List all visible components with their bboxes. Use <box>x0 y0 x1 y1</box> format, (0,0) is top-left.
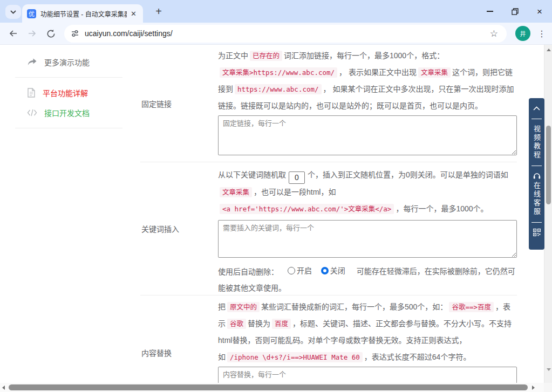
scroll-to-top-button[interactable] <box>533 103 540 113</box>
browser-menu-button[interactable]: ⋮ <box>535 25 548 42</box>
radio-group-label: 使用后自动删除： <box>218 267 278 276</box>
sidebar-item-more-demos[interactable]: 更多演示功能 <box>27 54 90 70</box>
tune-icon <box>71 29 79 38</box>
inline-code: https://www.abc.com/ <box>235 84 322 94</box>
video-tutorial-button[interactable]: 视频教程 <box>529 125 544 160</box>
scroll-left-arrow[interactable] <box>2 386 5 390</box>
forward-icon <box>28 29 37 38</box>
keywords-textarea[interactable] <box>218 220 517 258</box>
content-replace-textarea[interactable] <box>218 367 517 383</box>
inline-code: 文章采集 <box>220 187 252 197</box>
url-text[interactable]: ucaiyun.com/caiji/settings/ <box>85 29 488 38</box>
close-icon: × <box>537 7 542 16</box>
sidebar: 更多演示功能 平台功能详解 接口开发文档 <box>0 45 130 383</box>
close-window-button[interactable]: × <box>527 0 552 23</box>
profile-avatar[interactable]: 井 <box>515 26 530 41</box>
minimize-button[interactable] <box>478 0 502 23</box>
divider <box>531 222 542 223</box>
browser-toolbar: ucaiyun.com/caiji/settings/ ☆ 井 ⋮ <box>0 23 552 45</box>
sidebar-item-label: 更多演示功能 <box>44 57 90 67</box>
sidebar-item-label: 平台功能详解 <box>43 87 88 98</box>
chevron-up-icon <box>533 106 540 111</box>
browser-tab[interactable]: 优 功能细节设置 - 自动文章采集器 ✕ <box>22 4 143 23</box>
radio-option-label: 关闭 <box>330 263 345 279</box>
vertical-scrollbar-thumb[interactable] <box>546 126 551 204</box>
field-description: 把原文中的某些词汇替换成新的词汇，每行一个，最多500个，如：谷歌==>百度，表… <box>218 299 517 366</box>
document-icon <box>27 88 36 98</box>
minimize-icon <box>487 11 493 12</box>
sidebar-item-platform-docs[interactable]: 平台功能详解 <box>27 85 88 100</box>
field-label: 内容替换 <box>140 295 218 383</box>
address-bar[interactable]: ucaiyun.com/caiji/settings/ ☆ <box>64 25 507 43</box>
online-service-label: 在线客服 <box>529 182 544 216</box>
scroll-up-arrow[interactable] <box>547 49 551 51</box>
video-tutorial-label: 视频教程 <box>529 125 544 160</box>
vertical-scrollbar[interactable] <box>544 45 552 383</box>
field-description: 为正文中已存在的词汇添加链接，每行一个，最多1000个，格式：文章采集>http… <box>218 47 517 114</box>
form-row-content-replace: 内容替换 把原文中的某些词汇替换成新的词汇，每行一个，最多500个，如：谷歌==… <box>140 295 517 383</box>
reload-button[interactable] <box>42 25 60 43</box>
inline-code: <a href='https://www.abc.com/'>文章采集</a> <box>220 204 394 214</box>
field-description: 从以下关键词随机取个，插入到正文随机位置，为0则关闭。可以是单独的词语如文章采集… <box>218 167 517 217</box>
horizontal-scrollbar[interactable] <box>0 383 544 392</box>
scroll-right-arrow[interactable] <box>532 386 535 390</box>
reload-icon <box>46 29 56 38</box>
inline-code: 谷歌 <box>227 319 246 329</box>
tab-title: 功能细节设置 - 自动文章采集器 <box>40 9 127 18</box>
scroll-down-arrow[interactable] <box>547 368 551 371</box>
restore-button[interactable] <box>502 0 527 23</box>
qr-code-icon <box>533 229 541 236</box>
form-row-fixed-links: 固定链接 为正文中已存在的词汇添加链接，每行一个，最多1000个，格式：文章采集… <box>140 45 517 162</box>
inline-code: /iphone \d+s?/i==>HUAWEI Mate 60 <box>227 352 363 362</box>
divider <box>531 166 542 166</box>
inline-code: 谷歌==>百度 <box>449 302 494 312</box>
radio-circle[interactable] <box>288 267 295 274</box>
share-arrow-icon <box>27 58 37 66</box>
keyword-count-input[interactable] <box>289 171 305 184</box>
field-label: 固定链接 <box>140 45 218 162</box>
radio-option-disable[interactable]: 关闭 <box>321 263 345 279</box>
new-tab-button[interactable]: + <box>151 4 166 19</box>
inline-code: 百度 <box>272 319 291 329</box>
headset-icon <box>533 172 541 180</box>
online-service-button[interactable]: 在线客服 <box>529 172 544 216</box>
divider <box>15 77 122 78</box>
back-button[interactable] <box>4 25 22 43</box>
auto-delete-setting: 使用后自动删除： 开启 关闭 可能存在轻微滞后，在实际被删除前，它仍然可能被其他… <box>218 263 517 297</box>
browser-tab-strip: 优 功能细节设置 - 自动文章采集器 ✕ + × <box>0 0 552 23</box>
inline-code: 文章采集 <box>418 67 451 78</box>
fixed-links-textarea[interactable] <box>218 115 517 155</box>
qr-code-button[interactable] <box>533 229 541 238</box>
sidebar-item-label: 接口开发文档 <box>44 107 90 118</box>
back-icon <box>9 29 18 38</box>
inline-code: 原文中的 <box>227 302 260 312</box>
inline-code: 已存在的 <box>250 51 282 61</box>
floating-help-widget: 视频教程 在线客服 <box>529 98 544 250</box>
settings-form: 固定链接 为正文中已存在的词汇添加链接，每行一个，最多1000个，格式：文章采集… <box>130 45 544 383</box>
window-controls: × <box>478 0 552 23</box>
bookmark-star-icon[interactable]: ☆ <box>488 28 500 39</box>
forward-button[interactable] <box>23 25 41 43</box>
form-row-keyword-insert: 关键词插入 从以下关键词随机取个，插入到正文随机位置，为0则关闭。可以是单独的词… <box>140 162 517 295</box>
inline-code: 文章采集>https://www.abc.com/ <box>220 67 337 78</box>
tab-close-icon[interactable]: ✕ <box>129 9 138 18</box>
field-label: 关键词插入 <box>140 162 218 295</box>
horizontal-scrollbar-thumb[interactable] <box>9 384 528 390</box>
sidebar-item-api-docs[interactable]: 接口开发文档 <box>27 105 90 120</box>
divider <box>15 128 122 128</box>
radio-option-label: 开启 <box>297 263 312 279</box>
code-icon <box>27 109 37 116</box>
radio-option-enable[interactable]: 开启 <box>288 263 312 279</box>
restore-icon <box>512 8 519 15</box>
scrollbar-corner <box>544 383 552 392</box>
divider <box>531 119 542 119</box>
tab-search-button[interactable] <box>5 5 21 19</box>
chevron-down-icon <box>10 10 16 14</box>
site-favicon: 优 <box>27 9 36 18</box>
page-content: 更多演示功能 平台功能详解 接口开发文档 固定链接 为正文中已存在的词汇添加链接… <box>0 45 544 383</box>
radio-circle[interactable] <box>321 267 329 274</box>
